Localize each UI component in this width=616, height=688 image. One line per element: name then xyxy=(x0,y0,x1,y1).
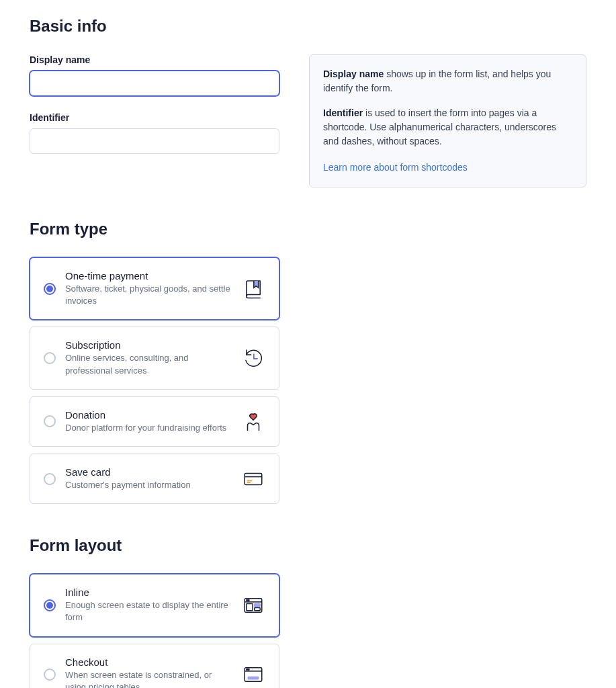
option-title: Subscription xyxy=(65,339,232,351)
option-desc: Enough screen estate to display the enti… xyxy=(65,599,232,624)
checkout-layout-icon xyxy=(241,662,265,687)
option-title: Inline xyxy=(65,587,232,598)
help-box: Display name shows up in the form list, … xyxy=(309,54,586,187)
form-type-heading: Form type xyxy=(30,220,586,239)
option-title: One-time payment xyxy=(65,270,232,282)
svg-rect-8 xyxy=(247,603,253,610)
form-layout-option-checkout[interactable]: Checkout When screen estate is constrain… xyxy=(30,644,279,689)
svg-rect-0 xyxy=(245,473,262,484)
svg-rect-9 xyxy=(255,603,261,606)
option-title: Donation xyxy=(65,409,232,421)
radio-icon xyxy=(44,415,56,427)
history-icon xyxy=(241,346,265,370)
option-desc: Online services, consulting, and profess… xyxy=(65,352,232,376)
svg-point-6 xyxy=(247,599,248,601)
option-desc: Software, ticket, physical goods, and se… xyxy=(65,283,232,307)
option-desc: Donor platform for your fundraising effo… xyxy=(65,422,232,434)
radio-icon xyxy=(44,283,56,295)
svg-point-13 xyxy=(247,669,248,671)
credit-card-icon xyxy=(241,467,265,491)
identifier-input[interactable] xyxy=(30,128,279,154)
basic-info-heading: Basic info xyxy=(30,17,586,36)
form-type-option-one-time[interactable]: One-time payment Software, ticket, physi… xyxy=(30,257,279,320)
heart-hands-icon xyxy=(241,409,265,433)
option-title: Save card xyxy=(65,466,232,478)
display-name-input[interactable] xyxy=(30,71,279,96)
svg-point-14 xyxy=(248,669,249,671)
identifier-label: Identifier xyxy=(30,112,279,123)
form-layout-option-inline[interactable]: Inline Enough screen estate to display t… xyxy=(30,574,279,636)
form-type-option-donation[interactable]: Donation Donor platform for your fundrai… xyxy=(30,396,279,447)
svg-rect-15 xyxy=(248,677,258,679)
option-desc: When screen estate is constrained, or us… xyxy=(65,669,232,689)
display-name-label: Display name xyxy=(30,54,279,65)
option-desc: Customer's payment information xyxy=(65,479,232,491)
option-title: Checkout xyxy=(65,656,232,668)
help-identifier-bold: Identifier xyxy=(323,108,363,118)
inline-layout-icon xyxy=(241,593,265,617)
help-link[interactable]: Learn more about form shortcodes xyxy=(323,162,468,173)
form-type-option-save-card[interactable]: Save card Customer's payment information xyxy=(30,454,279,504)
form-layout-heading: Form layout xyxy=(30,536,586,555)
book-icon xyxy=(241,277,265,301)
form-type-option-subscription[interactable]: Subscription Online services, consulting… xyxy=(30,327,279,389)
svg-rect-10 xyxy=(255,607,261,610)
radio-icon xyxy=(44,352,56,364)
svg-point-7 xyxy=(248,599,249,601)
help-display-name-bold: Display name xyxy=(323,69,384,79)
radio-icon xyxy=(44,473,56,485)
radio-icon xyxy=(44,669,56,681)
radio-icon xyxy=(44,599,56,611)
